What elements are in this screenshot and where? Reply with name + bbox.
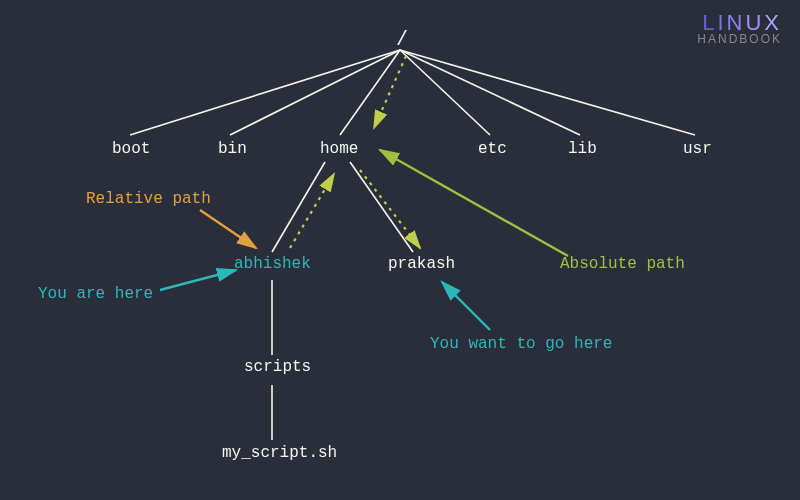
edge-home-abhishek [272,162,325,252]
node-etc: etc [478,140,507,158]
edge-root-boot [130,50,400,135]
callout-relative-path: Relative path [86,190,211,208]
edge-root-bin [230,50,400,135]
node-abhishek: abhishek [234,255,311,273]
edge-root-lib [400,50,580,135]
tree-svg [0,0,800,500]
edge-home-prakash [350,162,413,252]
edge-root-home [340,50,400,135]
callout-absolute-path: Absolute path [560,255,685,273]
callout-you-are-here: You are here [38,285,153,303]
node-home: home [320,140,358,158]
arrow-relative-down [360,170,420,248]
arrow-relative-path-label [200,210,256,248]
arrow-you-are-here [160,270,236,290]
node-prakash: prakash [388,255,455,273]
callout-you-want-to-go-here: You want to go here [430,335,612,353]
node-boot: boot [112,140,150,158]
node-usr: usr [683,140,712,158]
arrow-you-want-to-go-here [442,282,490,330]
node-lib: lib [568,140,597,158]
node-my-script: my_script.sh [222,444,337,462]
node-bin: bin [218,140,247,158]
node-root: / [396,28,408,51]
arrow-absolute-path-label [380,150,568,256]
arrow-abs-root-home [374,56,406,128]
node-scripts: scripts [244,358,311,376]
